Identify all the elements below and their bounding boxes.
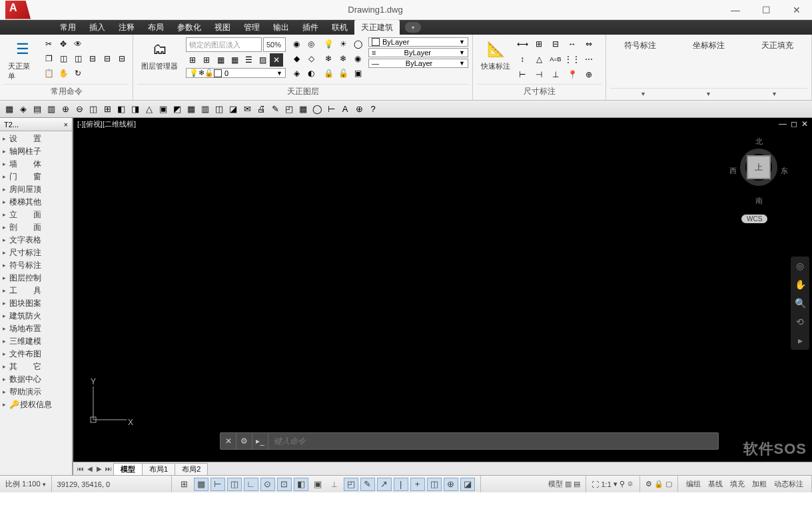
toolbar-btn-6[interactable]: ◫: [87, 103, 100, 116]
draft-toggle[interactable]: +: [410, 478, 425, 491]
draft-toggle[interactable]: ⊕: [444, 478, 458, 491]
dim-icon[interactable]: ⊢: [516, 68, 529, 81]
pan-icon[interactable]: ✋: [57, 67, 70, 80]
dim-icon[interactable]: 📍: [566, 68, 579, 81]
command-input[interactable]: [268, 436, 718, 446]
status-label[interactable]: 编组: [683, 479, 703, 489]
menu-8[interactable]: 插件: [296, 20, 325, 35]
tree-item[interactable]: ▸设 置: [0, 133, 72, 145]
color-dropdown[interactable]: ByLayer▼: [368, 37, 468, 47]
menu-5[interactable]: 视图: [208, 20, 237, 35]
vp-minimize-icon[interactable]: —: [779, 119, 787, 129]
ribbon-dropdown[interactable]: 天正填充: [761, 40, 793, 51]
lineweight-dropdown[interactable]: ≡ByLayer▼: [368, 48, 468, 57]
draft-toggle[interactable]: ⟂: [327, 478, 342, 491]
draft-toggle[interactable]: ↗: [377, 478, 392, 491]
ribbon-dropdown[interactable]: 坐标标注: [693, 40, 725, 51]
tree-item[interactable]: ▸🔑授权信息: [0, 398, 72, 411]
drawing-canvas[interactable]: 北 南 西 东 上 WCS ◎ ✋ 🔍 ⟲ ▸ Y X ✕ ⚙: [73, 130, 812, 462]
toolbar-btn-22[interactable]: ◯: [310, 103, 324, 116]
showmotion-icon[interactable]: ▸: [798, 335, 803, 346]
minimize-button[interactable]: —: [720, 0, 751, 20]
dim-icon[interactable]: ⋯: [582, 53, 596, 66]
layout-tab[interactable]: 布局1: [142, 463, 175, 475]
tree-item[interactable]: ▸数据中心: [0, 373, 72, 386]
tree-item[interactable]: ▸三维建模: [0, 335, 72, 348]
draft-toggle[interactable]: ∟: [244, 478, 258, 491]
cmd-close-icon[interactable]: ✕: [220, 433, 236, 449]
toolbar-btn-4[interactable]: ⊕: [59, 103, 72, 116]
toolbar-btn-21[interactable]: ▦: [296, 103, 310, 116]
dim-icon[interactable]: ⊣: [532, 68, 546, 81]
tool-icon[interactable]: ▦: [228, 53, 241, 67]
toolbar-btn-17[interactable]: ✉: [240, 103, 254, 116]
draft-toggle[interactable]: ◫: [427, 478, 442, 491]
close-x-icon[interactable]: ✕: [270, 53, 283, 67]
tool-icon[interactable]: ⊟: [115, 52, 129, 65]
sun-icon[interactable]: ☀: [336, 37, 350, 51]
layer-icon[interactable]: ◐: [304, 67, 318, 80]
menu-4[interactable]: 参数化: [171, 20, 208, 35]
circle-icon[interactable]: ◉: [351, 52, 364, 65]
orbit-icon[interactable]: ⟲: [796, 316, 804, 327]
toolbar-btn-1[interactable]: ◈: [17, 103, 30, 116]
dim-icon[interactable]: ⊟: [549, 37, 562, 51]
maximize-button[interactable]: ☐: [751, 0, 781, 20]
menu-3[interactable]: 布局: [141, 20, 171, 35]
layer-icon[interactable]: ◈: [290, 67, 303, 80]
menu-9[interactable]: 联机: [325, 20, 354, 35]
tab-first-icon[interactable]: ⏮: [76, 465, 85, 472]
dim-icon[interactable]: ↕: [516, 53, 529, 66]
tool-icon[interactable]: ⊞: [186, 53, 199, 67]
cmd-prompt-icon[interactable]: ▸_: [252, 433, 268, 449]
tool-icon[interactable]: ◫: [71, 52, 85, 65]
cmd-options-icon[interactable]: ⚙: [236, 433, 252, 449]
tree-item[interactable]: ▸轴网柱子: [0, 145, 72, 158]
locked-layer-input[interactable]: 锁定的图层淡入: [186, 37, 262, 52]
linetype-dropdown[interactable]: ―ByLayer▼: [368, 59, 468, 68]
coords-display[interactable]: 39129, 35416, 0: [52, 476, 172, 492]
draft-toggle[interactable]: ⊞: [177, 478, 192, 491]
toolbar-btn-16[interactable]: ◪: [226, 103, 240, 116]
tree-item[interactable]: ▸墙 体: [0, 158, 72, 171]
toolbar-btn-18[interactable]: 🖨: [254, 103, 268, 116]
draft-toggle[interactable]: ⊢: [210, 478, 225, 491]
close-button[interactable]: ✕: [781, 0, 812, 20]
tree-item[interactable]: ▸剖 面: [0, 221, 72, 234]
draft-toggle[interactable]: ⊡: [277, 478, 292, 491]
tree-item[interactable]: ▸符号标注: [0, 259, 72, 272]
snow-icon[interactable]: ❄: [322, 52, 335, 65]
lock-icon[interactable]: 🔒: [322, 67, 335, 80]
vp-maximize-icon[interactable]: ◻: [791, 119, 797, 129]
cut-icon[interactable]: ✂: [42, 37, 55, 51]
draft-toggle[interactable]: ◪: [460, 478, 475, 491]
draft-toggle[interactable]: ◰: [344, 478, 358, 491]
refresh-icon[interactable]: ↻: [71, 67, 85, 80]
paste-icon[interactable]: 📋: [42, 67, 55, 80]
tab-last-icon[interactable]: ⏭: [104, 465, 113, 472]
tree-item[interactable]: ▸场地布置: [0, 322, 72, 335]
tool-icon[interactable]: ▦: [214, 53, 227, 67]
menu-0[interactable]: 常用: [53, 20, 83, 35]
status-label[interactable]: 填充: [727, 479, 747, 489]
toolbar-btn-11[interactable]: ▣: [157, 103, 170, 116]
layer-manager-button[interactable]: 🗂 图层管理器: [137, 37, 182, 73]
move-icon[interactable]: ✥: [57, 37, 70, 51]
ribbon-dropdown[interactable]: 符号标注: [624, 40, 656, 51]
dim-icon[interactable]: ⟷: [516, 37, 529, 51]
tree-item[interactable]: ▸图块图案: [0, 297, 72, 310]
fade-percent[interactable]: 50%: [263, 37, 286, 52]
menu-2[interactable]: 注释: [112, 20, 141, 35]
dim-icon[interactable]: ⊞: [532, 37, 546, 51]
dim-icon[interactable]: ⊕: [582, 68, 596, 81]
app-logo-icon[interactable]: [5, 1, 31, 19]
toolbar-btn-19[interactable]: ✎: [268, 103, 282, 116]
tree-item[interactable]: ▸帮助演示: [0, 386, 72, 398]
layer-icon[interactable]: ◆: [290, 52, 303, 65]
vp-close-icon[interactable]: ✕: [801, 119, 808, 129]
toolbar-btn-10[interactable]: △: [143, 103, 156, 116]
tree-item[interactable]: ▸房间屋顶: [0, 183, 72, 196]
dim-icon[interactable]: △: [532, 53, 546, 66]
tool-icon[interactable]: ◫: [57, 52, 70, 65]
toolbar-btn-14[interactable]: ▥: [199, 103, 212, 116]
